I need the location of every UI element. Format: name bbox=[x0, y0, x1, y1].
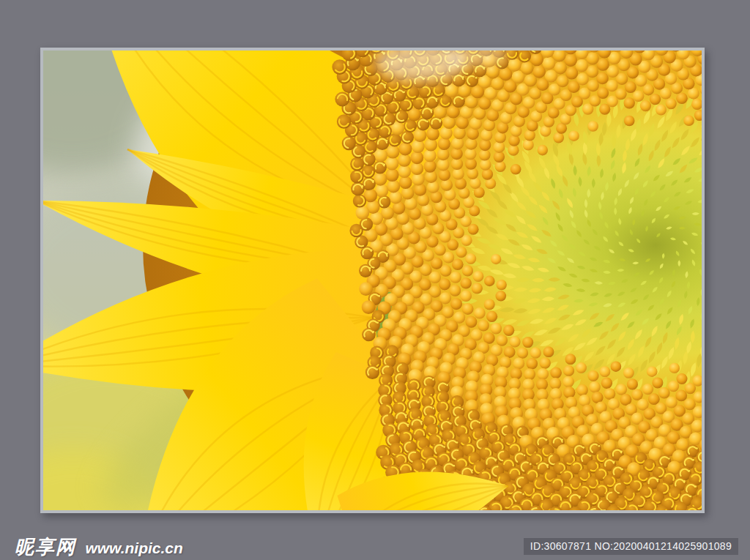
footer-watermark-bar: 昵享网 www.nipic.cn ID:30607871 NO:20200401… bbox=[0, 532, 750, 560]
photo-frame bbox=[40, 48, 705, 513]
page-background: 昵享网 www.nipic.cn ID:30607871 NO:20200401… bbox=[0, 0, 750, 560]
nipic-logo-cn: 昵享网 bbox=[15, 536, 76, 558]
sunflower-photo bbox=[43, 51, 702, 510]
image-id-badge: ID:30607871 NO:20200401214025901089 bbox=[524, 538, 738, 555]
nipic-logo-url: www.nipic.cn bbox=[85, 540, 182, 556]
nipic-logo: 昵享网 www.nipic.cn bbox=[15, 534, 183, 560]
